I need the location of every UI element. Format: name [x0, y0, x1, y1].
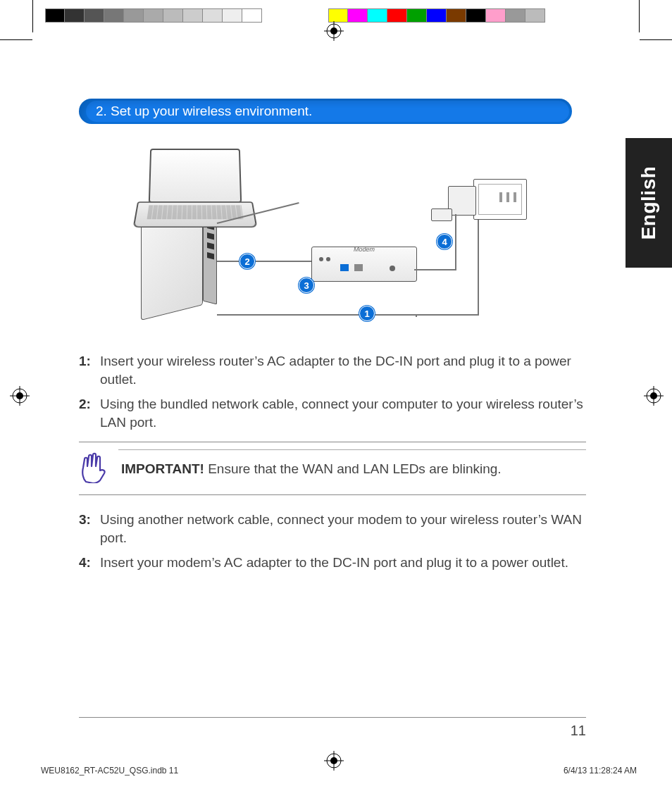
- step-text: Using the bundled network cable, connect…: [100, 395, 586, 431]
- printer-colorbar-grayscale: [45, 8, 262, 23]
- important-body: Ensure that the WAN and LAN LEDs are bli…: [204, 461, 502, 476]
- modem-label: Modem: [354, 246, 375, 253]
- print-slug: WEU8162_RT-AC52U_QSG.indb 11 6/4/13 11:2…: [41, 766, 637, 776]
- step-item: 2: Using the bundled network cable, conn…: [79, 395, 586, 431]
- steps-list: 1: Insert your wireless router’s AC adap…: [79, 352, 586, 572]
- registration-mark-icon: [10, 386, 30, 406]
- diagram-callout-2: 2: [239, 254, 255, 269]
- step-text: Insert your modem’s AC adapter to the DC…: [100, 554, 586, 572]
- step-text: Insert your wireless router’s AC adapter…: [100, 352, 586, 388]
- page-number: 11: [571, 723, 586, 739]
- wall-outlet-illustration: [473, 179, 527, 220]
- crop-mark: [639, 0, 640, 32]
- step-item: 4: Insert your modem’s AC adapter to the…: [79, 554, 586, 572]
- ac-adapter-illustration: [448, 186, 476, 216]
- step-number: 3:: [79, 511, 100, 547]
- ac-adapter-illustration: [431, 208, 452, 221]
- step-item: 1: Insert your wireless router’s AC adap…: [79, 352, 586, 388]
- diagram-callout-4: 4: [437, 234, 452, 249]
- crop-mark: [640, 39, 672, 40]
- registration-mark-icon: [644, 386, 664, 406]
- hand-stop-icon: [79, 442, 118, 495]
- setup-diagram: Modem 1 2: [135, 148, 530, 331]
- page: English 2. Set up your wireless environm…: [0, 0, 672, 791]
- step-text: Using another network cable, connect you…: [100, 511, 586, 547]
- step-item: 3: Using another network cable, connect …: [79, 511, 586, 547]
- laptop-illustration: [135, 148, 255, 232]
- language-tab: English: [626, 138, 672, 268]
- language-tab-label: English: [637, 166, 660, 240]
- important-label: IMPORTANT!: [121, 461, 204, 476]
- page-footer-rule: [79, 717, 586, 718]
- modem-illustration: Modem: [311, 247, 417, 282]
- print-slug-file: WEU8162_RT-AC52U_QSG.indb 11: [41, 766, 178, 776]
- printer-colorbar-color: [328, 8, 545, 23]
- section-header: 2. Set up your wireless environment.: [79, 99, 586, 127]
- print-slug-date: 6/4/13 11:28:24 AM: [564, 766, 637, 776]
- crop-mark: [0, 39, 32, 40]
- diagram-callout-3: 3: [299, 278, 314, 293]
- important-text: IMPORTANT! Ensure that the WAN and LAN L…: [118, 449, 586, 488]
- registration-mark-icon: [324, 21, 344, 41]
- step-number: 2:: [79, 395, 100, 431]
- step-number: 4:: [79, 554, 100, 572]
- content-area: 2. Set up your wireless environment. Mod…: [79, 99, 586, 579]
- step-number: 1:: [79, 352, 100, 388]
- diagram-callout-1: 1: [359, 306, 375, 321]
- crop-mark: [32, 0, 33, 32]
- section-header-title: 2. Set up your wireless environment.: [86, 101, 569, 122]
- important-callout: IMPORTANT! Ensure that the WAN and LAN L…: [79, 442, 586, 496]
